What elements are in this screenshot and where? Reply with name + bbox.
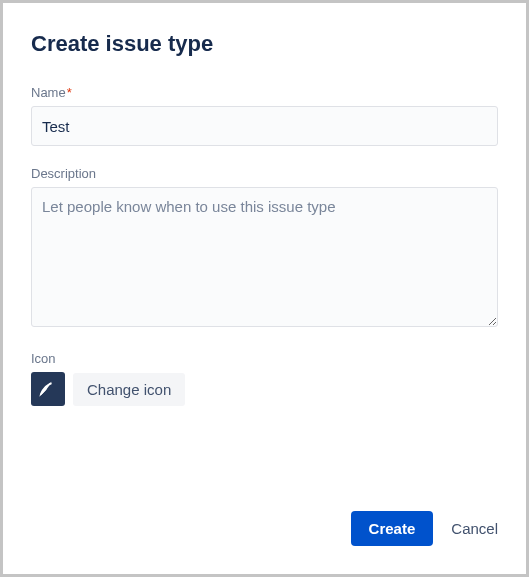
name-label-text: Name [31,85,66,100]
change-icon-button[interactable]: Change icon [73,373,185,406]
name-label: Name* [31,85,498,100]
dialog-footer: Create Cancel [351,511,498,546]
create-button[interactable]: Create [351,511,434,546]
description-label: Description [31,166,498,181]
create-issue-type-dialog: Create issue type Name* Description Icon… [3,3,526,574]
cancel-button[interactable]: Cancel [451,520,498,537]
icon-label: Icon [31,351,498,366]
required-asterisk: * [67,85,72,100]
dialog-title: Create issue type [31,31,498,57]
feather-icon [37,378,59,400]
icon-preview [31,372,65,406]
name-field-group: Name* [31,85,498,146]
name-input[interactable] [31,106,498,146]
icon-row: Change icon [31,372,498,406]
description-textarea[interactable] [31,187,498,327]
icon-field-group: Icon Change icon [31,351,498,406]
description-field-group: Description [31,166,498,331]
